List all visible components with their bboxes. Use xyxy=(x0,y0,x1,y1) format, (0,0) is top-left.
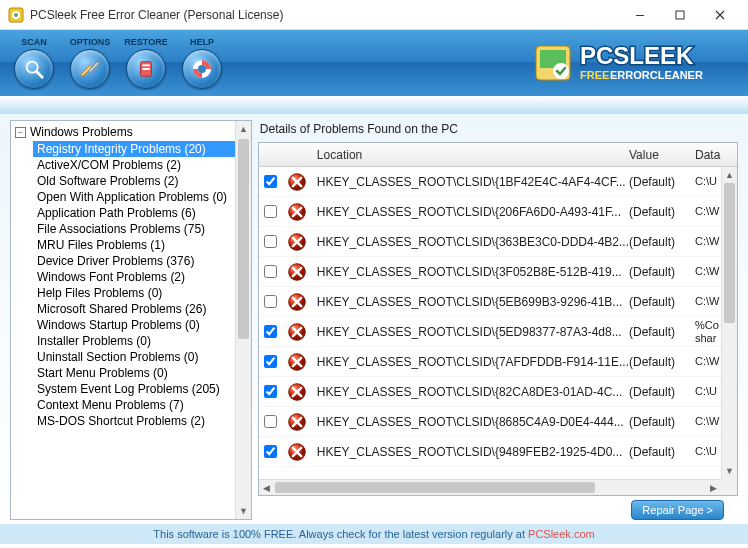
svg-rect-3 xyxy=(636,15,644,16)
table-row[interactable]: HKEY_CLASSES_ROOT\CLSID\{3F052B8E-512B-4… xyxy=(259,257,737,287)
table-row[interactable]: HKEY_CLASSES_ROOT\CLSID\{363BE3C0-DDD4-4… xyxy=(259,227,737,257)
minimize-button[interactable] xyxy=(620,0,660,30)
row-checkbox[interactable] xyxy=(264,235,277,248)
tree-item[interactable]: Context Menu Problems (7) xyxy=(33,397,251,413)
tree-item[interactable]: Registry Integrity Problems (20) xyxy=(33,141,251,157)
tree-item[interactable]: Installer Problems (0) xyxy=(33,333,251,349)
col-data[interactable]: Data xyxy=(695,148,737,162)
scroll-up-icon[interactable]: ▲ xyxy=(722,167,737,183)
details-title: Details of Problems Found on the PC xyxy=(258,120,738,142)
sub-toolbar-gradient xyxy=(0,96,748,114)
scroll-up-icon[interactable]: ▲ xyxy=(236,121,251,137)
error-icon xyxy=(283,412,311,432)
error-icon xyxy=(283,322,311,342)
tree-item[interactable]: ActiveX/COM Problems (2) xyxy=(33,157,251,173)
repair-page-button[interactable]: Repair Page > xyxy=(631,500,724,520)
tree-item[interactable]: Microsoft Shared Problems (26) xyxy=(33,301,251,317)
row-location: HKEY_CLASSES_ROOT\CLSID\{363BE3C0-DDD4-4… xyxy=(311,235,629,249)
row-value: (Default) xyxy=(629,415,695,429)
grid-vscrollbar[interactable]: ▲ ▼ xyxy=(721,167,737,479)
error-icon xyxy=(283,232,311,252)
grid-vscroll-thumb[interactable] xyxy=(724,183,735,323)
row-checkbox[interactable] xyxy=(264,445,277,458)
row-value: (Default) xyxy=(629,355,695,369)
restore-button[interactable]: RESTORE xyxy=(120,37,172,89)
tree-item[interactable]: Uninstall Section Problems (0) xyxy=(33,349,251,365)
grid-hscrollbar[interactable]: ◀ ▶ xyxy=(259,479,721,495)
svg-point-11 xyxy=(198,65,206,73)
tree-item[interactable]: Help Files Problems (0) xyxy=(33,285,251,301)
row-checkbox[interactable] xyxy=(264,265,277,278)
table-row[interactable]: HKEY_CLASSES_ROOT\CLSID\{7AFDFDDB-F914-1… xyxy=(259,347,737,377)
maximize-button[interactable] xyxy=(660,0,700,30)
tree-scroll-thumb[interactable] xyxy=(238,139,249,339)
table-row[interactable]: HKEY_CLASSES_ROOT\CLSID\{8685C4A9-D0E4-4… xyxy=(259,407,737,437)
col-value[interactable]: Value xyxy=(629,148,695,162)
tree-item[interactable]: Start Menu Problems (0) xyxy=(33,365,251,381)
tree-item[interactable]: Open With Application Problems (0) xyxy=(33,189,251,205)
row-checkbox[interactable] xyxy=(264,385,277,398)
scroll-down-icon[interactable]: ▼ xyxy=(722,463,737,479)
table-row[interactable]: HKEY_CLASSES_ROOT\CLSID\{9489FEB2-1925-4… xyxy=(259,437,737,467)
row-location: HKEY_CLASSES_ROOT\CLSID\{8685C4A9-D0E4-4… xyxy=(311,415,629,429)
svg-rect-9 xyxy=(142,68,149,70)
scroll-left-icon[interactable]: ◀ xyxy=(259,480,275,495)
options-button[interactable]: OPTIONS xyxy=(64,37,116,89)
row-value: (Default) xyxy=(629,175,695,189)
tree-item[interactable]: Windows Font Problems (2) xyxy=(33,269,251,285)
tree-item[interactable]: Device Driver Problems (376) xyxy=(33,253,251,269)
error-icon xyxy=(283,172,311,192)
svg-line-6 xyxy=(37,72,43,78)
lifebuoy-icon xyxy=(190,57,214,81)
row-checkbox[interactable] xyxy=(264,175,277,188)
table-row[interactable]: HKEY_CLASSES_ROOT\CLSID\{206FA6D0-A493-4… xyxy=(259,197,737,227)
tree-item[interactable]: MRU Files Problems (1) xyxy=(33,237,251,253)
restore-icon xyxy=(135,58,157,80)
footer-brand-link[interactable]: PCSleek.com xyxy=(528,528,595,540)
collapse-icon[interactable]: − xyxy=(15,127,26,138)
row-checkbox[interactable] xyxy=(264,355,277,368)
titlebar: PCSleek Free Error Cleaner (Personal Lic… xyxy=(0,0,748,30)
window-title: PCSleek Free Error Cleaner (Personal Lic… xyxy=(30,8,620,22)
table-row[interactable]: HKEY_CLASSES_ROOT\CLSID\{82CA8DE3-01AD-4… xyxy=(259,377,737,407)
row-checkbox[interactable] xyxy=(264,295,277,308)
help-button[interactable]: HELP xyxy=(176,37,228,89)
brand-name: PCSLEEK xyxy=(580,42,694,69)
error-icon xyxy=(283,292,311,312)
problems-tree-panel: − Windows Problems Registry Integrity Pr… xyxy=(10,120,252,520)
row-location: HKEY_CLASSES_ROOT\CLSID\{1BF42E4C-4AF4-4… xyxy=(311,175,629,189)
tree-scrollbar[interactable]: ▲ ▼ xyxy=(235,121,251,519)
table-row[interactable]: HKEY_CLASSES_ROOT\CLSID\{1BF42E4C-4AF4-4… xyxy=(259,167,737,197)
tree-item[interactable]: System Event Log Problems (205) xyxy=(33,381,251,397)
table-row[interactable]: HKEY_CLASSES_ROOT\CLSID\{5ED98377-87A3-4… xyxy=(259,317,737,347)
col-location[interactable]: Location xyxy=(311,148,629,162)
tree-item[interactable]: MS-DOS Shortcut Problems (2) xyxy=(33,413,251,429)
footer-text: This software is 100% FREE. Always check… xyxy=(153,528,528,540)
scroll-right-icon[interactable]: ▶ xyxy=(705,480,721,495)
row-location: HKEY_CLASSES_ROOT\CLSID\{5EB699B3-9296-4… xyxy=(311,295,629,309)
error-icon xyxy=(283,262,311,282)
row-value: (Default) xyxy=(629,205,695,219)
scroll-down-icon[interactable]: ▼ xyxy=(236,503,251,519)
svg-rect-8 xyxy=(142,64,149,66)
tree-item[interactable]: Windows Startup Problems (0) xyxy=(33,317,251,333)
scan-button[interactable]: SCAN xyxy=(8,37,60,89)
error-icon xyxy=(283,202,311,222)
row-value: (Default) xyxy=(629,235,695,249)
grid-scroll-corner xyxy=(721,479,737,495)
error-icon xyxy=(283,352,311,372)
tree-item[interactable]: File Associations Problems (75) xyxy=(33,221,251,237)
svg-rect-4 xyxy=(676,11,684,19)
table-row[interactable]: HKEY_CLASSES_ROOT\CLSID\{5EB699B3-9296-4… xyxy=(259,287,737,317)
grid-hscroll-thumb[interactable] xyxy=(275,482,595,493)
grid-header: Location Value Data xyxy=(259,143,737,167)
row-checkbox[interactable] xyxy=(264,415,277,428)
close-button[interactable] xyxy=(700,0,740,30)
app-icon xyxy=(8,7,24,23)
row-checkbox[interactable] xyxy=(264,205,277,218)
details-panel: Details of Problems Found on the PC Loca… xyxy=(258,120,738,520)
row-checkbox[interactable] xyxy=(264,325,277,338)
tree-item[interactable]: Application Path Problems (6) xyxy=(33,205,251,221)
tree-root[interactable]: − Windows Problems xyxy=(15,125,251,139)
tree-item[interactable]: Old Software Problems (2) xyxy=(33,173,251,189)
